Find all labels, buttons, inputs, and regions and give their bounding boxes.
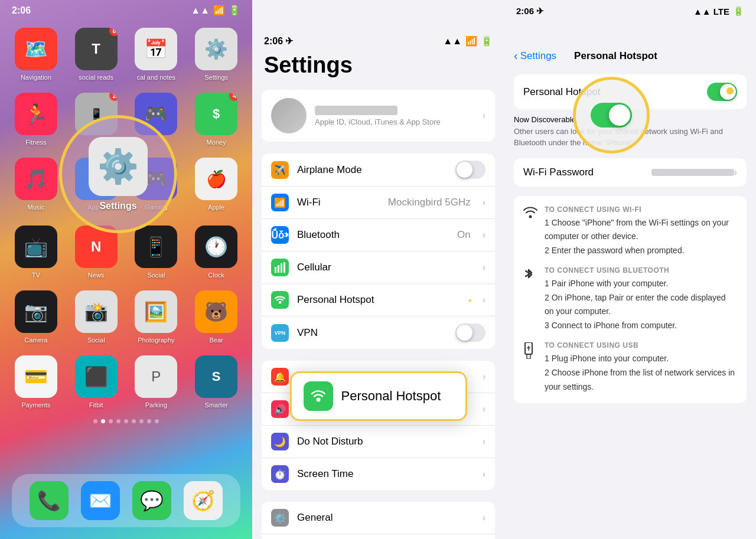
icon-general: ⚙️ [271, 509, 289, 527]
chevron-hotspot: › [483, 295, 485, 305]
dock-safari[interactable]: 🧭 [184, 481, 223, 520]
app-fitbit[interactable]: ⬛ Fitbit [72, 355, 120, 409]
hotspot-status-time: 2:06 ✈ [516, 6, 544, 17]
app-fitness[interactable]: 🏃 Fitness [12, 93, 60, 146]
profile-row[interactable]: Apple ID, iCloud, iTunes & App Store › [262, 90, 495, 142]
settings-signal: ▲▲ [443, 36, 462, 47]
row-controlcenter[interactable]: 🎛️ Control Center › [262, 534, 495, 539]
hotspot-detail-panel: 2:06 ✈ ▲▲ LTE 🔋 ‹ Settings Personal Hots… [504, 0, 756, 539]
svg-point-6 [529, 215, 532, 218]
back-label: Settings [520, 50, 556, 62]
dock-icon-safari: 🧭 [184, 481, 223, 520]
toggle-large-thumb [609, 104, 630, 126]
label-hotspot: Personal Hotspot [297, 294, 460, 306]
settings-battery-status: 🔋 [481, 35, 493, 47]
app-social[interactable]: 📱 Social [132, 226, 181, 279]
app-icon-music: 🎵 [15, 158, 57, 200]
connect-bt-block: TO CONNECT USING BLUETOOTH 1 Pair iPhone… [523, 266, 737, 333]
connect-usb-block: TO CONNECT USING USB 1 Plug iPhone into … [523, 341, 737, 394]
app-smarter[interactable]: S Smarter [192, 355, 240, 409]
app-cal-notes[interactable]: 📅 cal and notes [132, 28, 181, 81]
row-airplane[interactable]: ✈️ Airplane Mode [262, 153, 495, 187]
hotspot-battery: 🔋 [733, 6, 744, 17]
app-row4: 📺 TV N News 📱 Social 🕐 Clock [0, 226, 252, 279]
app-label-social2: Social [87, 337, 105, 344]
app-label-cal-notes: cal and notes [137, 74, 175, 81]
chevron-notifications: › [483, 371, 485, 382]
row-donotdisturb[interactable]: 🌙 Do Not Disturb › [262, 426, 495, 458]
app-settings-grid[interactable]: ⚙️ Settings [192, 28, 240, 81]
row-wifi[interactable]: 📶 Wi-Fi Mockingbird 5GHz › [262, 187, 495, 219]
toggle-large [591, 103, 632, 128]
hotspot-popup-label: Personal Hotspot [341, 388, 441, 404]
status-bar: 2:06 ▲▲ 📶 🔋 [0, 0, 252, 16]
app-icon-parking: P [135, 355, 177, 398]
app-label-music: Music [28, 204, 45, 211]
svg-rect-8 [527, 354, 530, 359]
app-payments[interactable]: 💳 Payments [12, 355, 60, 409]
app-social2[interactable]: 📸 Social [72, 290, 120, 344]
app-tv[interactable]: 📺 TV [12, 226, 60, 279]
app-parking[interactable]: P Parking [132, 355, 181, 409]
connect-usb-title: TO CONNECT USING USB [545, 341, 737, 349]
app-navigation[interactable]: 🗺️ Navigation [12, 28, 60, 81]
dock-icon-messages: 💬 [132, 481, 171, 520]
hotspot-status-right: ▲▲ LTE 🔋 [693, 6, 744, 17]
yellow-dot-toggle [726, 87, 734, 94]
app-news[interactable]: N News [72, 226, 120, 279]
svg-rect-0 [275, 267, 276, 273]
icon-bluetooth: Ǘǒ [271, 226, 289, 244]
wifi-icon: 📶 [213, 5, 225, 16]
connect-bt-title: TO CONNECT USING BLUETOOTH [545, 266, 737, 275]
label-bluetooth: Bluetooth [297, 229, 449, 241]
svg-rect-2 [281, 263, 282, 273]
dock: 📞 ✉️ 💬 🧭 [12, 474, 240, 527]
chevron-cellular: › [483, 262, 485, 273]
app-icon-bear: 🐻 [195, 290, 237, 333]
back-button[interactable]: ‹ Settings [514, 49, 556, 63]
app-icon-camera: 📷 [15, 290, 57, 333]
app-clock[interactable]: 🕐 Clock [192, 226, 240, 279]
connect-wifi-content: TO CONNECT USING WI-FI 1 Choose "iPhone"… [545, 205, 737, 258]
wifi-password-label: Wi-Fi Password [523, 166, 651, 178]
app-icon-social2: 📸 [75, 290, 118, 333]
icon-airplane: ✈️ [271, 161, 289, 179]
dock-phone[interactable]: 📞 [30, 481, 69, 520]
settings-highlight-label: Settings [99, 201, 136, 211]
battery-icon: 🔋 [229, 5, 240, 16]
row-screentime[interactable]: ⏱️ Screen Time › [262, 458, 495, 490]
app-icon-fitbit: ⬛ [75, 355, 118, 398]
row-cellular[interactable]: Cellular › [262, 251, 495, 284]
row-bluetooth[interactable]: Ǘǒ Bluetooth On › [262, 219, 495, 251]
connect-wifi-steps: 1 Choose "iPhone" from the Wi-Fi setting… [545, 216, 737, 258]
app-music[interactable]: 🎵 Music [12, 158, 60, 211]
icon-hotspot [271, 291, 289, 309]
toggle-airplane[interactable] [455, 161, 485, 179]
app-icon-cal-notes: 📅 [135, 28, 177, 70]
profile-info: Apple ID, iCloud, iTunes & App Store [315, 106, 474, 126]
row-hotspot[interactable]: Personal Hotspot ● › [262, 284, 495, 316]
label-airplane: Airplane Mode [297, 164, 447, 176]
profile-chevron: › [483, 110, 485, 121]
app-camera[interactable]: 📷 Camera [12, 290, 60, 344]
dock-mail[interactable]: ✉️ [81, 481, 120, 520]
dock-messages[interactable]: 💬 [132, 481, 171, 520]
app-icon-settings-grid: ⚙️ [195, 28, 237, 70]
app-bear[interactable]: 🐻 Bear [192, 290, 240, 344]
app-social-reads[interactable]: T 8 social reads [72, 28, 120, 81]
svg-rect-3 [284, 262, 285, 273]
hotspot-nav-title: Personal Hotspot [574, 50, 657, 62]
value-wifi: Mockingbird 5GHz [388, 197, 471, 208]
row-vpn[interactable]: VPN VPN [262, 316, 495, 349]
value-bluetooth: On [457, 229, 471, 241]
app-money[interactable]: 4 $ Money [192, 93, 240, 146]
row-general[interactable]: ⚙️ General › [262, 502, 495, 534]
app-apple[interactable]: 🍎 Apple [192, 158, 240, 211]
hotspot-dot-indicator: ● [468, 297, 472, 303]
app-row6: 💳 Payments ⬛ Fitbit P Parking S Smarter [0, 355, 252, 409]
app-photography[interactable]: 🖼️ Photography [132, 290, 181, 344]
wifi-password-row[interactable]: Wi-Fi Password › [514, 158, 747, 187]
signal-icon: ▲▲ [191, 5, 210, 16]
page-dots [0, 419, 252, 423]
toggle-vpn[interactable] [455, 324, 485, 342]
